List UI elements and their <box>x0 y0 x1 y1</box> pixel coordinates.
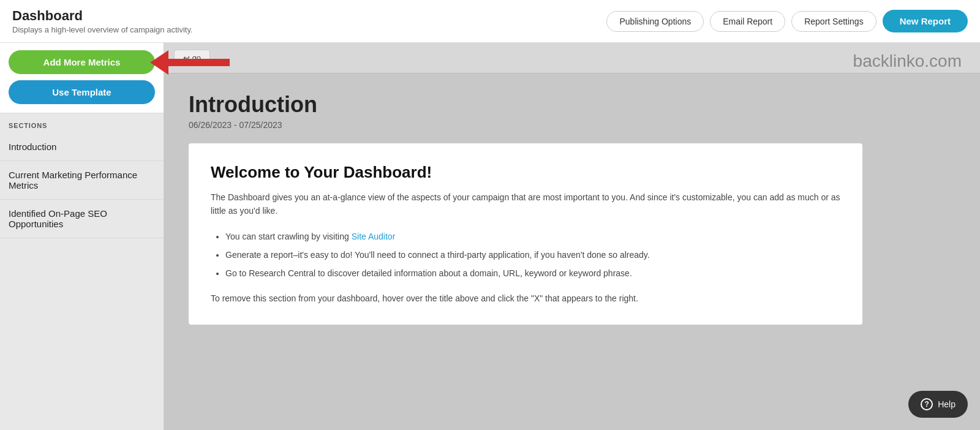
card-intro: The Dashboard gives you an at-a-glance v… <box>211 190 840 218</box>
publishing-options-button[interactable]: Publishing Options <box>606 11 704 32</box>
card-heading: Welcome to Your Dashboard! <box>211 163 840 182</box>
header-actions: Publishing Options Email Report Report S… <box>606 10 968 32</box>
card-footer: To remove this section from your dashboa… <box>211 292 840 305</box>
header: Dashboard Displays a high-level overview… <box>0 0 980 43</box>
main-layout: Add More Metrics Use Template SECTIONS I… <box>0 43 980 430</box>
use-template-button[interactable]: Use Template <box>9 80 155 104</box>
list-item: You can start crawling by visiting Site … <box>225 228 840 245</box>
svg-marker-0 <box>150 50 230 75</box>
help-label: Help <box>938 399 956 409</box>
section-date: 06/26/2023 - 07/25/2023 <box>189 120 956 130</box>
sections-heading: SECTIONS <box>0 113 164 133</box>
section-title: Introduction <box>189 92 956 118</box>
help-button[interactable]: ? Help <box>908 391 968 418</box>
arrow-annotation <box>150 50 230 75</box>
app-subtitle: Displays a high-level overview of campai… <box>12 25 193 34</box>
add-metrics-button[interactable]: Add More Metrics <box>9 50 155 74</box>
card-list: You can start crawling by visiting Site … <box>225 228 840 282</box>
header-left: Dashboard Displays a high-level overview… <box>12 8 193 34</box>
sidebar-item-seo-opportunities[interactable]: Identified On-Page SEO Opportunities <box>0 200 164 238</box>
app-title: Dashboard <box>12 8 193 24</box>
main-content: Introduction 06/26/2023 - 07/25/2023 Wel… <box>164 74 980 430</box>
red-arrow-icon <box>150 50 230 75</box>
sidebar: Add More Metrics Use Template SECTIONS I… <box>0 43 164 430</box>
report-settings-button[interactable]: Report Settings <box>791 11 876 32</box>
list-item: Generate a report–it's easy to do! You'l… <box>225 246 840 263</box>
content-card: Welcome to Your Dashboard! The Dashboard… <box>189 143 862 325</box>
sidebar-top: Add More Metrics Use Template <box>0 43 164 113</box>
new-report-button[interactable]: New Report <box>883 10 968 32</box>
main-area: ↩ go backlinko.com Introduction 06/26/20… <box>164 43 980 430</box>
email-report-button[interactable]: Email Report <box>710 11 785 32</box>
help-icon: ? <box>921 398 933 410</box>
sidebar-item-introduction[interactable]: Introduction <box>0 133 164 161</box>
list-item: Go to Research Central to discover detai… <box>225 265 840 282</box>
site-auditor-link[interactable]: Site Auditor <box>352 232 396 241</box>
sidebar-item-current-marketing[interactable]: Current Marketing Performance Metrics <box>0 161 164 200</box>
site-domain-label: backlinko.com <box>853 51 962 71</box>
